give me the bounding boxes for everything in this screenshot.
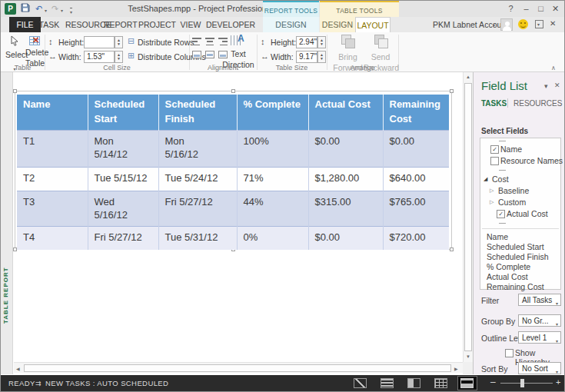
col-header-percent-complete[interactable]: % Complete <box>237 95 308 130</box>
tree-item-cost[interactable]: Cost <box>492 174 509 184</box>
filter-dropdown[interactable]: All Tasks▾ <box>518 294 561 306</box>
align-center-icon[interactable] <box>205 38 214 45</box>
delete-table-button[interactable]: ✕ Delete Table <box>25 35 44 65</box>
cell-height-spinner[interactable]: ▲▼ <box>115 36 123 48</box>
zoom-out-icon[interactable]: – <box>490 374 496 390</box>
tab-developer[interactable]: DEVELOPER <box>206 17 251 32</box>
col-header-scheduled-finish[interactable]: Scheduled Finish <box>158 95 237 130</box>
tree-item-actual-cost[interactable]: Actual Cost <box>507 208 548 219</box>
cell[interactable]: $0.00 <box>308 226 383 250</box>
vertical-scroll-thumb[interactable] <box>464 83 472 351</box>
align-middle-icon[interactable] <box>205 51 214 58</box>
col-header-scheduled-start[interactable]: Scheduled Start <box>88 95 158 130</box>
cell[interactable]: Mon 5/16/12 <box>158 130 237 167</box>
selected-field[interactable]: Name <box>487 231 508 242</box>
tree-item-resource-names[interactable]: Resource Names <box>500 155 563 166</box>
cell[interactable]: T3 <box>17 191 88 226</box>
cell[interactable]: $765.00 <box>383 191 449 226</box>
selected-field[interactable]: Scheduled Finish <box>487 251 549 262</box>
field-tree-listbox[interactable]: ✓ Name Resource Names ◢ Cost ▷ Baseline … <box>480 138 561 290</box>
outline-level-dropdown[interactable]: Level 1▾ <box>518 331 561 344</box>
tab-design-report-tools[interactable]: DESIGN <box>263 17 319 32</box>
feedback-smiley-icon[interactable] <box>518 19 528 29</box>
collapse-ribbon-icon[interactable]: ∧ <box>551 65 556 71</box>
selection-handle[interactable] <box>13 89 17 93</box>
tab-view[interactable]: VIEW <box>178 17 204 32</box>
maximize-icon[interactable]: □ <box>534 2 547 15</box>
col-header-name[interactable]: Name <box>17 95 88 130</box>
selection-handle[interactable] <box>231 89 235 93</box>
select-button[interactable]: Select ▾ <box>5 35 24 65</box>
selected-field[interactable]: % Complete <box>487 261 530 272</box>
table-width-input[interactable]: 9.17" <box>296 51 317 63</box>
close-icon[interactable]: ✕ <box>549 2 562 15</box>
report-view-button-active[interactable] <box>457 376 477 390</box>
tab-tasks[interactable]: TASKS <box>481 99 507 108</box>
zoom-slider-thumb[interactable] <box>520 379 524 387</box>
table-height-input[interactable]: 2.94" <box>296 36 317 48</box>
tree-item-custom[interactable]: Custom <box>498 197 526 208</box>
cell[interactable]: Wed 5/16/12 <box>88 191 158 226</box>
cell[interactable]: 44% <box>237 191 308 226</box>
cell[interactable]: T2 <box>17 167 88 191</box>
tree-expanded-icon[interactable]: ◢ <box>484 175 487 183</box>
cell-height-input[interactable] <box>84 36 115 48</box>
tab-design-table-tools[interactable]: DESIGN <box>320 17 355 32</box>
col-header-actual-cost[interactable]: Actual Cost <box>308 95 383 130</box>
tab-resource[interactable]: RESOURCE <box>65 17 102 32</box>
cell[interactable]: $640.00 <box>383 167 449 191</box>
cell[interactable]: $720.00 <box>383 226 449 250</box>
cell[interactable]: Fri 5/27/12 <box>88 226 158 250</box>
selected-field[interactable]: Actual Cost <box>487 271 528 282</box>
col-header-remaining-cost[interactable]: Remaining Cost <box>383 95 449 130</box>
cell-width-spinner[interactable]: ▲▼ <box>115 51 123 63</box>
table-height-spinner[interactable]: ▲▼ <box>317 36 326 48</box>
group-by-dropdown[interactable]: No Gr...▾ <box>518 314 561 327</box>
cell[interactable]: Fri 5/27/12 <box>158 191 237 226</box>
ribbon-display-options-icon[interactable]: ▾ <box>535 20 543 28</box>
zoom-slider[interactable] <box>500 383 553 384</box>
horizontal-scroll-thumb[interactable] <box>24 364 451 372</box>
cell[interactable]: 71% <box>237 167 308 191</box>
cell[interactable]: T1 <box>17 130 88 167</box>
cell-width-input[interactable]: 1.53" <box>84 51 115 63</box>
cell[interactable]: Tue 5/15/12 <box>88 167 158 191</box>
tree-item-name[interactable]: Name <box>500 144 522 154</box>
tab-task[interactable]: TASK <box>35 17 63 32</box>
cell[interactable]: 100% <box>237 130 308 167</box>
checkbox-checked[interactable]: ✓ <box>497 210 505 218</box>
show-hierarchy-checkbox[interactable] <box>505 349 513 357</box>
tab-report[interactable]: REPORT <box>104 17 136 32</box>
account-name[interactable]: PKM Labnet Account <box>433 17 508 32</box>
cell[interactable]: $1,280.00 <box>308 167 383 191</box>
cell[interactable]: 0% <box>237 226 308 250</box>
tab-layout[interactable]: LAYOUT <box>355 17 391 32</box>
team-planner-view-icon[interactable] <box>407 378 420 388</box>
report-table[interactable]: Name Scheduled Start Scheduled Finish % … <box>17 95 449 250</box>
distribute-rows-button[interactable]: Distribute Rows <box>138 37 194 48</box>
selected-field[interactable]: Scheduled Start <box>487 241 544 252</box>
customize-qat-icon[interactable]: ▾ <box>70 8 72 15</box>
tree-collapsed-icon[interactable]: ▷ <box>490 198 494 206</box>
sheet-view-icon[interactable] <box>434 378 447 388</box>
cell[interactable]: Mon 5/14/12 <box>88 130 158 167</box>
close-window-icon[interactable]: ✕ <box>550 19 556 28</box>
account-avatar[interactable] <box>500 18 513 31</box>
redo-dropdown-icon[interactable]: ▾ <box>61 8 63 13</box>
cell[interactable]: Tue 5/31/12 <box>158 226 237 250</box>
help-icon[interactable]: ? <box>504 2 517 15</box>
minimize-icon[interactable]: – <box>520 2 533 15</box>
pane-dropdown-icon[interactable]: ▾ <box>544 82 548 90</box>
checkbox-unchecked[interactable] <box>490 157 499 165</box>
pane-close-icon[interactable]: ✕ <box>554 81 560 89</box>
task-usage-view-icon[interactable] <box>381 378 394 388</box>
tree-item-baseline[interactable]: Baseline <box>498 185 529 196</box>
table-width-spinner[interactable]: ▲▼ <box>317 51 326 63</box>
align-left-icon[interactable] <box>192 38 201 45</box>
status-new-tasks[interactable]: NEW TASKS : AUTO SCHEDULED <box>45 375 168 391</box>
scroll-right-icon[interactable]: ▶ <box>454 366 458 371</box>
selection-handle[interactable] <box>450 89 454 93</box>
horizontal-scrollbar[interactable]: ◀ ▶ <box>14 362 463 373</box>
selection-handle[interactable] <box>450 247 454 251</box>
undo-icon[interactable]: ↶ <box>35 3 42 15</box>
